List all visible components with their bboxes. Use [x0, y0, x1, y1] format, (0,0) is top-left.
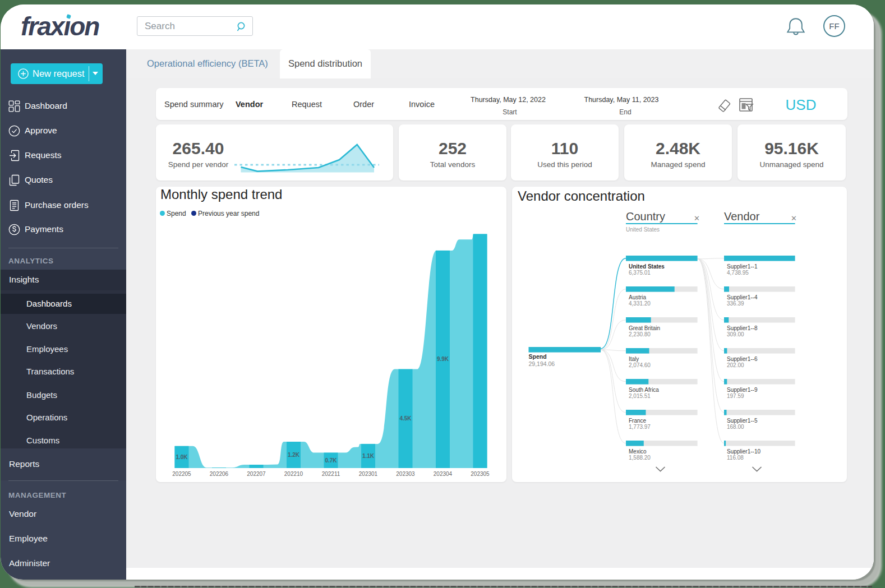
svg-text:Spend: Spend	[529, 353, 547, 360]
svg-text:4,331.20: 4,331.20	[629, 300, 651, 307]
svg-text:202206: 202206	[210, 471, 229, 477]
svg-text:Supplier1--6: Supplier1--6	[727, 356, 758, 362]
svg-text:Country: Country	[626, 210, 665, 223]
svg-text:2,015.51: 2,015.51	[629, 393, 651, 399]
svg-text:United States: United States	[626, 226, 660, 233]
svg-text:202205: 202205	[172, 471, 191, 477]
svg-text:Supplier1--10: Supplier1--10	[727, 448, 760, 455]
svg-text:202304: 202304	[434, 471, 453, 477]
svg-text:Supplier1--4: Supplier1--4	[727, 294, 758, 300]
svg-text:309.00: 309.00	[727, 331, 744, 337]
svg-text:Italy: Italy	[629, 356, 639, 362]
svg-text:✕: ✕	[694, 214, 700, 223]
svg-text:Great Britain: Great Britain	[629, 325, 660, 331]
svg-text:202305: 202305	[471, 471, 490, 477]
svg-text:✕: ✕	[791, 214, 797, 223]
svg-text:202301: 202301	[359, 471, 378, 477]
svg-text:336.39: 336.39	[727, 300, 744, 307]
svg-text:9.9K: 9.9K	[437, 356, 449, 362]
svg-text:France: France	[629, 418, 647, 424]
svg-text:29,194.06: 29,194.06	[529, 360, 555, 367]
svg-text:202303: 202303	[396, 471, 415, 477]
svg-text:168.00: 168.00	[727, 424, 744, 430]
svg-text:South Africa: South Africa	[629, 387, 659, 393]
svg-text:Vendor: Vendor	[724, 210, 760, 223]
svg-text:1.0K: 1.0K	[176, 454, 188, 460]
svg-text:197.59: 197.59	[727, 393, 744, 399]
svg-text:1.1K: 1.1K	[362, 453, 375, 459]
svg-text:202210: 202210	[284, 471, 303, 477]
svg-text:202.00: 202.00	[727, 362, 744, 368]
svg-text:1,773.97: 1,773.97	[629, 424, 651, 430]
svg-text:6,375.01: 6,375.01	[629, 270, 651, 276]
svg-text:Supplier1--1: Supplier1--1	[727, 263, 758, 270]
svg-text:202207: 202207	[247, 471, 266, 477]
svg-text:202211: 202211	[322, 471, 340, 477]
svg-text:1,588.20: 1,588.20	[629, 455, 651, 461]
svg-text:Supplier1--9: Supplier1--9	[727, 387, 758, 393]
svg-text:4.5K: 4.5K	[399, 415, 412, 422]
svg-text:2,074.60: 2,074.60	[629, 362, 651, 368]
svg-text:United States: United States	[629, 263, 665, 270]
svg-text:2,230.80: 2,230.80	[629, 331, 651, 337]
svg-text:Supplier1--8: Supplier1--8	[727, 325, 758, 331]
svg-text:1.2K: 1.2K	[288, 452, 300, 458]
svg-text:4,738.95: 4,738.95	[727, 270, 749, 276]
svg-text:Supplier1--5: Supplier1--5	[727, 418, 758, 424]
svg-text:116.08: 116.08	[727, 455, 744, 461]
svg-text:Mexico: Mexico	[629, 448, 647, 455]
svg-text:Austria: Austria	[629, 294, 647, 300]
svg-text:0.7K: 0.7K	[325, 457, 337, 464]
